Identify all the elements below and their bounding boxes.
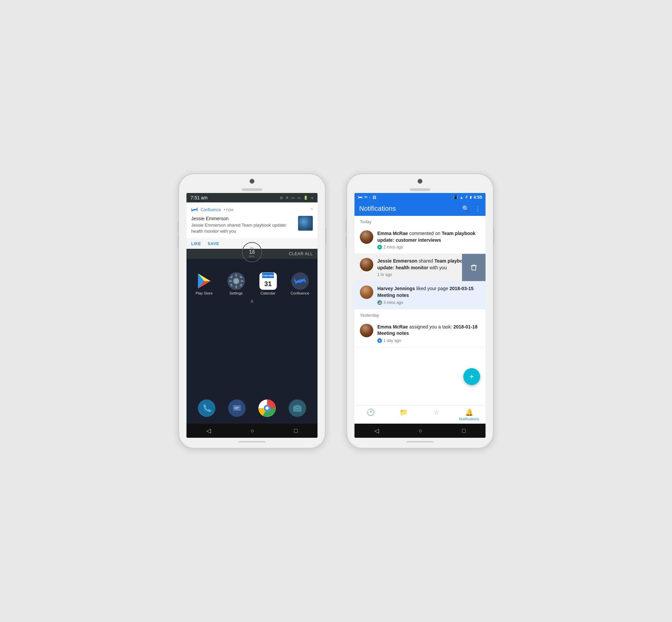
clear-all-button[interactable]: CLEAR ALL [289,251,313,256]
notif-desc: Jessie Emmerson shared Team playbook upd… [191,222,295,234]
notification-time-4: ● 1 day ago [377,338,480,343]
notification-item-1[interactable]: Emma McRae commented on Team playbook up… [354,226,486,254]
tab-recent[interactable]: 🕐 [354,406,387,424]
status-bar: 7:51 am ⊘ ✕ ▭ ▭ 🔋 ∨ [186,193,318,202]
back-button[interactable]: ◁ [206,427,211,435]
today-section-header: Today [354,216,486,226]
search-icon[interactable]: 🔍 [462,205,470,212]
right-volume-up-button[interactable] [345,221,347,233]
tab-starred[interactable]: ☆ [420,406,453,424]
right-recents-button[interactable]: □ [462,427,466,435]
delete-icon [470,264,478,271]
notif-app-name: Confluence [200,207,221,212]
swipe-delete-action[interactable] [462,254,486,281]
svg-rect-7 [229,280,232,282]
right-phone-bottom [347,438,493,448]
activity-icon-3: 👍 [377,300,382,305]
notif-title: Jessie Emmerson [191,216,295,221]
yesterday-section-header: Yesterday [354,309,486,320]
svg-rect-12 [239,284,242,287]
phone-icon [202,404,211,413]
date-day: 16 [249,249,255,255]
recents-button[interactable]: □ [294,427,298,435]
right-android-nav-bar: ◁ ○ □ [354,424,486,438]
battery-icon: 🔋 [303,196,308,200]
notification-time-1: ● 2 mins ago [377,245,480,249]
dock-chrome[interactable] [254,400,281,417]
right-back-button[interactable]: ◁ [374,427,379,435]
notif-header: Confluence • now ^ [191,206,313,213]
calendar-icon: Calendar 31 [259,272,277,290]
right-phone: ✉ ↑ 🖼 📳 ▲ ✗ ▮ 4:55 Notifications 🔍 ⋮ [346,173,494,449]
volume-up-button[interactable] [177,221,179,233]
app-item-settings[interactable]: Settings [222,272,250,295]
more-options-icon[interactable]: ⋮ [475,205,481,212]
phone-top-bar [179,174,325,193]
power-button[interactable] [325,228,327,245]
bottom-tabs: 🕐 📁 ☆ 🔔 Notifications [354,405,486,424]
time-label-3: 3 mins ago [383,300,403,305]
right-power-button[interactable] [493,228,495,245]
notification-content-3: Harvey Jennings liked your page 2018-03-… [377,285,480,305]
confluence-status-icon [358,195,363,200]
notification-item-3[interactable]: Harvey Jennings liked your page 2018-03-… [354,281,486,309]
right-speaker [410,188,430,191]
status-time: 7:51 am [190,195,208,200]
save-button[interactable]: SAVE [208,241,219,246]
dock-messages[interactable] [223,400,250,417]
notif-avatar [298,216,313,231]
notif-body: Jessie Emmerson Jessie Emmerson shared T… [191,216,313,234]
dock-camera[interactable] [284,400,311,417]
activity-icon-1: ● [377,245,382,249]
no-signal-status-icon: ✗ [465,195,468,199]
emma-avatar-1 [360,230,373,244]
swipe-chevron-icon: ∧ [250,298,254,304]
volume-down-button[interactable] [177,236,179,248]
left-phone-screen: 7:51 am ⊘ ✕ ▭ ▭ 🔋 ∨ Confluence [186,193,318,438]
app-label-calendar: Calendar [260,291,275,295]
image-status-icon: 🖼 [373,195,376,199]
svg-rect-9 [230,276,233,279]
notification-content-4: Emma McRae assigned you a task: 2018-01-… [377,324,480,343]
svg-rect-14 [234,407,239,408]
tab-notifications[interactable]: 🔔 Notifications [453,406,486,424]
right-phone-screen: ✉ ↑ 🖼 📳 ▲ ✗ ▮ 4:55 Notifications 🔍 ⋮ [354,193,486,438]
expand-icon[interactable]: ∨ [311,196,313,200]
app-bar: Notifications 🔍 ⋮ [354,201,486,216]
date-display: FRI. 16 MAR. [242,242,262,262]
camera [250,179,254,183]
svg-point-19 [265,407,269,410]
app-item-playstore[interactable]: Play Store [190,272,218,295]
app-dock [190,396,314,420]
app-item-confluence[interactable]: Confluence [286,272,314,295]
home-button[interactable]: ○ [251,427,254,435]
notification-time-3: 👍 3 mins ago [377,300,480,305]
vibrate-status-icon: 📳 [453,195,458,199]
settings-icon [227,272,245,290]
confluence-home-icon [291,272,309,290]
notification-item-4[interactable]: Emma McRae assigned you a task: 2018-01-… [354,320,486,347]
date-month-label: MAR. [249,255,255,257]
right-volume-down-button[interactable] [345,236,347,248]
signal-icon: ▭ [291,196,295,200]
right-home-button[interactable]: ○ [419,427,422,435]
android-nav-bar: ◁ ○ □ [186,424,318,438]
like-button[interactable]: LIKE [191,241,201,246]
wifi-off-icon: ⊘ [280,196,283,200]
notification-item-2[interactable]: Jessie Emmerson shared Team playbook upd… [354,254,486,281]
notification-user-2: Jessie Emmerson [377,258,417,264]
dock-phone[interactable] [193,400,220,417]
svg-rect-15 [234,408,238,409]
app-item-calendar[interactable]: Calendar 31 Calendar [254,272,282,295]
chrome-icon [258,400,276,417]
app-bar-title: Notifications [359,205,396,212]
notif-expand-icon[interactable]: ^ [311,207,313,212]
fab-button[interactable]: + [463,368,480,385]
notification-text-3: Harvey Jennings liked your page 2018-03-… [377,285,480,299]
svg-rect-10 [239,276,242,279]
time-label-1: 2 mins ago [383,245,403,249]
wifi-status-icon: ▲ [460,195,463,199]
tab-spaces[interactable]: 📁 [387,406,420,424]
svg-rect-5 [235,274,236,277]
notification-user-4: Emma McRae [377,324,408,330]
